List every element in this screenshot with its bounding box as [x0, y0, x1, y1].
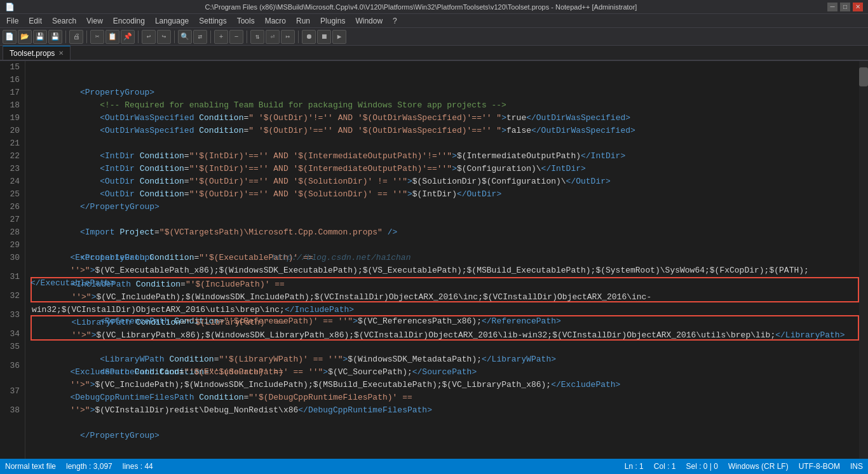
- line-number: 21: [5, 137, 20, 150]
- tb-replace[interactable]: ⇄: [193, 30, 207, 44]
- insert-mode: INS: [850, 462, 863, 471]
- line-number: 24: [5, 175, 20, 188]
- line-number: 19: [5, 112, 20, 125]
- tb-cut[interactable]: ✂: [90, 30, 104, 44]
- line-number: 26: [5, 201, 20, 213]
- menu-encoding[interactable]: Encoding: [108, 14, 150, 27]
- menu-run[interactable]: Run: [291, 14, 315, 27]
- menu-edit[interactable]: Edit: [24, 14, 47, 27]
- tb-print[interactable]: 🖨: [69, 30, 83, 44]
- tab-toolset-props[interactable]: Toolset.props ✕: [3, 46, 71, 60]
- line-number: 18: [5, 99, 20, 112]
- code-line-38: </PropertyGroup>: [31, 417, 859, 430]
- toolbar-separator-4: [174, 30, 175, 43]
- toolbar-separator-7: [298, 30, 299, 43]
- tb-find[interactable]: 🔍: [178, 30, 192, 44]
- tb-open[interactable]: 📂: [18, 30, 32, 44]
- line-number: 33: [5, 302, 20, 328]
- code-line-31: <IncludePath Condition="'$(IncludePath)'…: [31, 277, 859, 302]
- menu-bar: File Edit Search View Encoding Language …: [0, 14, 868, 28]
- tb-copy[interactable]: 📋: [105, 30, 119, 44]
- code-line-37: <DebugCppRuntimeFilesPath Condition="'$(…: [31, 391, 859, 417]
- line-numbers: 15 16 17 18 19 20 21 22 23 24 25 26 27 2…: [0, 61, 25, 459]
- editor-container: 15 16 17 18 19 20 21 22 23 24 25 26 27 2…: [0, 61, 868, 459]
- code-line-21: <IntDir Condition="'$(IntDir)'=='' AND '…: [31, 137, 859, 150]
- tb-saveall[interactable]: 💾: [48, 30, 62, 44]
- menu-macro[interactable]: Macro: [260, 14, 291, 27]
- tb-undo[interactable]: ↩: [142, 30, 156, 44]
- line-number: 28: [5, 226, 20, 239]
- cursor-line: Ln : 1: [625, 462, 644, 471]
- line-number: 27: [5, 213, 20, 226]
- selection: Sel : 0 | 0: [686, 462, 717, 471]
- line-number: 20: [5, 125, 20, 137]
- tb-macro-rec[interactable]: ⏺: [302, 30, 316, 44]
- line-number: 23: [5, 163, 20, 175]
- cursor-col: Col : 1: [654, 462, 676, 471]
- menu-window[interactable]: Window: [350, 14, 388, 27]
- code-area[interactable]: <PropertyGroup> <!-- Required for enabli…: [25, 61, 859, 459]
- tb-syncscroll[interactable]: ⇅: [250, 30, 264, 44]
- toolbar-separator-6: [247, 30, 247, 43]
- vertical-scrollbar[interactable]: [859, 61, 868, 459]
- toolbar-separator-1: [65, 30, 66, 43]
- file-length: length : 3,097: [66, 462, 112, 471]
- code-line-16: <PropertyGroup>: [31, 74, 859, 86]
- tb-indent[interactable]: ↦: [281, 30, 295, 44]
- code-line-34: <LibraryWPath Condition="'$(LibraryWPath…: [31, 341, 859, 353]
- menu-search[interactable]: Search: [47, 14, 81, 27]
- line-number: 22: [5, 150, 20, 163]
- status-left: Normal text file length : 3,097 lines : …: [5, 462, 153, 471]
- window-controls[interactable]: ─ □ ✕: [827, 3, 863, 11]
- tab-label: Toolset.props: [10, 49, 55, 58]
- window-icon: 📄: [5, 3, 15, 11]
- line-number: 29: [5, 239, 20, 252]
- minimize-button[interactable]: ─: [827, 3, 837, 11]
- menu-plugins[interactable]: Plugins: [315, 14, 350, 27]
- window-title: C:\Program Files (x86)\MSBuild\Microsoft…: [15, 3, 827, 11]
- tb-redo[interactable]: ↪: [157, 30, 171, 44]
- line-number: 30: [5, 252, 20, 264]
- status-bar: Normal text file length : 3,097 lines : …: [0, 459, 868, 474]
- line-number: 36: [5, 353, 20, 379]
- toolbar: 📄 📂 💾 💾 🖨 ✂ 📋 📌 ↩ ↪ 🔍 ⇄ + − ⇅ ⏎ ↦ ⏺ ⏹ ▶: [0, 28, 868, 46]
- tb-wordwrap[interactable]: ⏎: [266, 30, 280, 44]
- close-button[interactable]: ✕: [853, 3, 863, 11]
- code-line-17: <!-- Required for enabling Team Build fo…: [31, 86, 859, 99]
- line-number: 31: [5, 264, 20, 290]
- line-number: 37: [5, 379, 20, 404]
- line-number: 34: [5, 328, 20, 341]
- menu-tools[interactable]: Tools: [232, 14, 260, 27]
- title-bar: 📄 C:\Program Files (x86)\MSBuild\Microso…: [0, 0, 868, 14]
- tb-zoom-out[interactable]: −: [229, 30, 243, 44]
- line-number: 17: [5, 86, 20, 99]
- tb-save[interactable]: 💾: [33, 30, 47, 44]
- scrollbar-thumb[interactable]: [859, 67, 868, 86]
- tab-bar: Toolset.props ✕: [0, 46, 868, 61]
- menu-language[interactable]: Language: [150, 14, 194, 27]
- menu-help[interactable]: ?: [388, 14, 402, 27]
- toolbar-separator-2: [86, 30, 87, 43]
- status-right: Ln : 1 Col : 1 Sel : 0 | 0 Windows (CR L…: [625, 462, 863, 471]
- line-number: 38: [5, 404, 20, 417]
- tb-new[interactable]: 📄: [3, 30, 17, 44]
- line-number: 15: [5, 61, 20, 74]
- tb-paste[interactable]: 📌: [121, 30, 135, 44]
- tb-macro-play[interactable]: ▶: [332, 30, 346, 44]
- file-lines: lines : 44: [123, 462, 153, 471]
- maximize-button[interactable]: □: [840, 3, 850, 11]
- tab-close-button[interactable]: ✕: [58, 50, 64, 57]
- code-line-29: <PropertyGroup>: [31, 239, 859, 252]
- menu-settings[interactable]: Settings: [194, 14, 231, 27]
- code-line-30: <ExecutablePath Condition="'$(Executable…: [31, 252, 859, 277]
- tb-zoom-in[interactable]: +: [214, 30, 228, 44]
- line-number: 16: [5, 74, 20, 86]
- code-line-27: <Import Project="$(VCTargetsPath)\Micros…: [31, 213, 859, 226]
- line-number: 32: [5, 290, 20, 302]
- line-ending: Windows (CR LF): [728, 462, 789, 471]
- menu-file[interactable]: File: [1, 14, 24, 27]
- line-number: 25: [5, 188, 20, 201]
- menu-view[interactable]: View: [81, 14, 108, 27]
- toolbar-separator-5: [210, 30, 211, 43]
- tb-macro-stop[interactable]: ⏹: [317, 30, 331, 44]
